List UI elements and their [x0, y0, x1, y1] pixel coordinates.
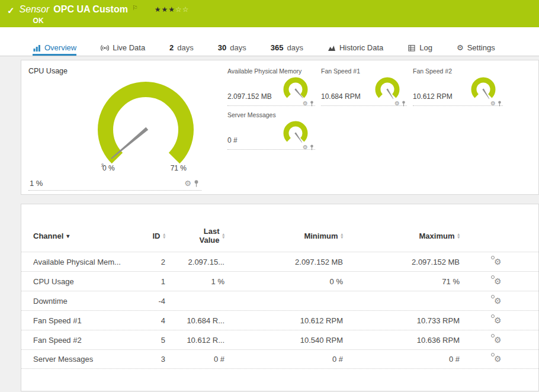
tab-label: Historic Data: [339, 43, 383, 52]
column-header-maximum[interactable]: Maximum ▴▾: [343, 232, 460, 240]
table-header-row: Channel ▾ ID ▴▾ Last Value ▴▾ Minimum ▴▾…: [21, 227, 538, 245]
channels-table-panel: Channel ▾ ID ▴▾ Last Value ▴▾ Minimum ▴▾…: [21, 204, 539, 391]
column-header-channel[interactable]: Channel ▾: [33, 232, 130, 240]
channel-settings-gear-icon[interactable]: ⚙: [494, 296, 502, 306]
table-row: Available Physical Mem... 2 2.097.15... …: [21, 252, 538, 271]
table-row: CPU Usage 1 1 % 0 % 71 % ⚙: [21, 271, 538, 291]
channel-settings-gear-icon[interactable]: ⚙: [494, 316, 502, 325]
channel-name[interactable]: Server Messages: [33, 355, 130, 364]
table-row: Downtime -4 ⚙: [21, 291, 538, 310]
channel-settings-gear-icon[interactable]: ⚙: [494, 335, 502, 345]
gauge-scale-min: 0 %: [102, 164, 115, 172]
gauges-panel: CPU Usage x̄ 0 % 71 % 1 % ⚙: [21, 60, 539, 195]
main-gauge-title: CPU Usage: [28, 67, 201, 75]
mini-gauges-grid: Available Physical Memory 2.097.152 MB ⚙: [206, 60, 538, 194]
gauge-scale-max: 71 %: [171, 164, 187, 172]
pin-icon[interactable]: [310, 101, 314, 107]
status-check-icon: ✓: [7, 5, 15, 16]
tab-number: 2: [169, 43, 174, 52]
tab-label: Live Data: [113, 43, 145, 52]
pin-icon[interactable]: [310, 144, 314, 150]
column-header-last-value[interactable]: Last Value ▴▾: [165, 227, 224, 245]
sensor-title: OPC UA Custom: [53, 4, 128, 15]
channel-name[interactable]: Downtime: [33, 297, 130, 306]
table-row: Fan Speed #2 5 10.612 R... 10.540 RPM 10…: [21, 330, 538, 349]
gauge-settings-gear-icon[interactable]: ⚙: [303, 101, 308, 107]
pin-icon[interactable]: [402, 101, 406, 107]
column-header-label: Maximum: [419, 232, 455, 240]
historic-data-icon: [328, 44, 336, 52]
mini-gauge-available-physical-memory: Available Physical Memory 2.097.152 MB ⚙: [227, 68, 321, 111]
mini-gauge-title: Fan Speed #1: [321, 68, 407, 75]
tab-overview[interactable]: Overview: [33, 43, 76, 56]
tab-live-data[interactable]: Live Data: [101, 43, 145, 56]
tab-label: Overview: [44, 43, 76, 52]
mini-gauge-value[interactable]: 2.097.152 MB: [227, 92, 272, 105]
channel-last-value: 1 %: [165, 277, 224, 286]
channel-id: -4: [130, 297, 165, 306]
tab-2-days[interactable]: 2 days: [169, 43, 194, 56]
channel-minimum: 0 %: [224, 277, 343, 286]
channel-name[interactable]: Fan Speed #1: [33, 316, 130, 325]
sort-icon: ▴▾: [457, 233, 460, 239]
channel-name[interactable]: Fan Speed #2: [33, 336, 130, 345]
channel-maximum: 71 %: [343, 277, 460, 286]
channel-settings-gear-icon[interactable]: ⚙: [494, 354, 502, 364]
cpu-usage-gauge: x̄: [84, 75, 208, 176]
tab-unit: days: [287, 43, 303, 52]
main-gauge-block: CPU Usage x̄ 0 % 71 % 1 % ⚙: [21, 60, 206, 194]
column-header-label: Channel: [33, 232, 63, 240]
channel-name[interactable]: Available Physical Mem...: [33, 258, 130, 266]
channel-minimum: 2.097.152 MB: [224, 258, 343, 266]
tab-30-days[interactable]: 30 days: [218, 43, 246, 56]
priority-flag-icon[interactable]: ⚐: [132, 4, 138, 12]
tab-unit: days: [230, 43, 246, 52]
channel-minimum: 0 #: [224, 355, 343, 364]
channel-maximum: 2.097.152 MB: [343, 258, 460, 266]
mini-gauge-dial: [371, 75, 403, 102]
mini-gauge-value[interactable]: 10.684 RPM: [321, 92, 361, 105]
mini-gauge-value[interactable]: 0 #: [227, 136, 238, 149]
column-header-label: ID: [152, 232, 160, 240]
pin-icon[interactable]: [498, 101, 502, 107]
gauge-settings-gear-icon[interactable]: ⚙: [394, 101, 400, 107]
tab-label: Settings: [467, 43, 495, 52]
tab-365-days[interactable]: 365 days: [271, 43, 303, 56]
gear-icon: ⚙: [457, 44, 464, 52]
channel-last-value: 10.684 R...: [165, 316, 224, 325]
column-header-minimum[interactable]: Minimum ▴▾: [224, 232, 343, 240]
mini-gauge-dial: [467, 75, 499, 102]
mini-gauge-dial: [280, 75, 312, 102]
tab-historic-data[interactable]: Historic Data: [328, 43, 383, 56]
channel-name[interactable]: CPU Usage: [33, 277, 130, 286]
tab-unit: days: [177, 43, 193, 52]
channel-last-value: 0 #: [165, 355, 224, 364]
tab-settings[interactable]: ⚙ Settings: [457, 43, 495, 56]
channel-last-value: 2.097.15...: [165, 258, 224, 266]
gauge-settings-gear-icon[interactable]: ⚙: [490, 101, 496, 107]
channel-settings-gear-icon[interactable]: ⚙: [494, 257, 502, 266]
mini-gauge-title: Available Physical Memory: [227, 68, 315, 75]
column-header-label: Minimum: [304, 232, 338, 240]
tab-bar: Overview Live Data 2 days 30 days 365 da…: [0, 27, 539, 56]
channel-settings-gear-icon[interactable]: ⚙: [494, 277, 502, 286]
channel-maximum: 0 #: [343, 355, 460, 364]
tab-number: 30: [218, 43, 226, 52]
channel-id: 3: [130, 355, 165, 364]
channel-minimum: 10.540 RPM: [224, 336, 343, 345]
gauge-settings-gear-icon[interactable]: ⚙: [303, 144, 308, 150]
gauge-settings-gear-icon[interactable]: ⚙: [184, 179, 191, 187]
pin-icon[interactable]: [194, 180, 199, 187]
cpu-usage-value[interactable]: 1 %: [30, 179, 43, 188]
mini-gauge-value[interactable]: 10.612 RPM: [413, 92, 453, 105]
priority-stars[interactable]: ★★★☆☆: [155, 5, 190, 14]
stars-filled[interactable]: ★★★: [155, 5, 175, 14]
stars-empty[interactable]: ☆☆: [175, 5, 190, 14]
column-header-id[interactable]: ID ▴▾: [130, 232, 165, 240]
tab-label: Log: [419, 43, 432, 52]
tab-log[interactable]: Log: [408, 43, 432, 56]
table-body: Available Physical Mem... 2 2.097.15... …: [21, 252, 538, 369]
mini-gauge-server-messages: Server Messages 0 # ⚙: [227, 111, 321, 155]
channel-maximum: 10.636 RPM: [343, 336, 460, 345]
sensor-header: ✓ Sensor OPC UA Custom ⚐ ★★★☆☆ OK: [0, 0, 539, 27]
